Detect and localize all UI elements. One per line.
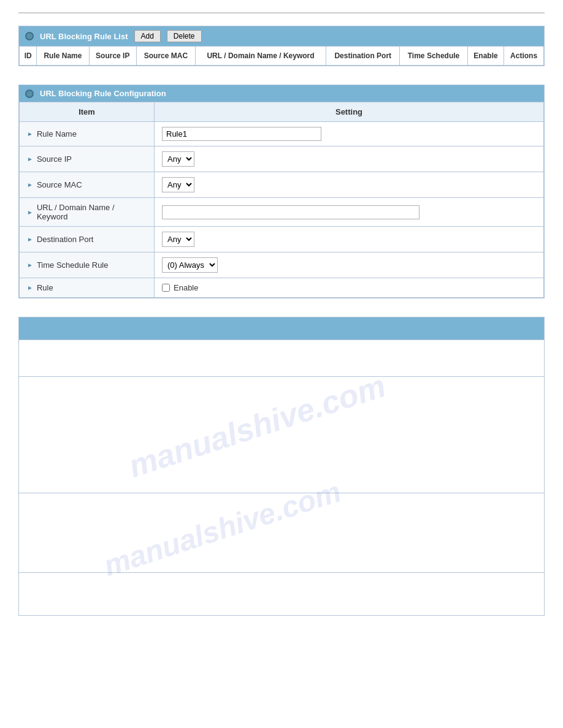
label-time-schedule: ► Time Schedule Rule [20,252,155,278]
delete-button[interactable]: Delete [167,30,202,42]
rule-config-panel: URL Blocking Rule Configuration Item Set… [18,85,545,298]
rule-list-title: URL Blocking Rule List [40,32,128,41]
config-setting-col: Setting [155,102,544,122]
arrow-icon-rule-enable: ► [27,284,33,291]
row-rule-enable: ► Rule Enable [20,278,544,298]
label-dest-port: ► Destination Port [20,227,155,252]
row-rule-name: ► Rule Name [20,122,544,146]
url-domain-input[interactable] [162,205,419,219]
rule-name-input[interactable] [162,127,321,141]
dest-port-label-text: Destination Port [37,235,94,244]
setting-dest-port: Any [155,227,544,252]
config-body: ► Rule Name ► Source IP [20,122,544,298]
label-rule-enable: ► Rule [20,278,155,298]
header-bullet-icon [25,32,34,40]
bottom-header [19,317,544,339]
row-dest-port: ► Destination Port Any [20,227,544,252]
rule-config-header: URL Blocking Rule Configuration [19,85,544,102]
rule-enable-label-text: Rule [37,283,53,292]
row-url-domain: ► URL / Domain Name / Keyword [20,198,544,227]
enable-checkbox-text: Enable [174,283,198,292]
source-mac-select[interactable]: Any [162,177,194,192]
arrow-icon-dest-port: ► [27,236,33,243]
url-domain-label-text: URL / Domain Name / Keyword [37,203,147,221]
bottom-row-3: manualshive.com [19,493,544,572]
source-ip-select[interactable]: Any [162,151,194,167]
config-header-row: Item Setting [20,102,544,122]
rule-list-table: ID Rule Name Source IP Source MAC URL / … [19,46,544,66]
enable-checkbox-label: Enable [162,283,536,292]
bottom-row-4 [19,572,544,615]
bottom-row-2: manualshive.com [19,376,544,493]
setting-source-mac: Any [155,172,544,198]
dest-port-select[interactable]: Any [162,232,194,247]
rule-name-label-text: Rule Name [37,129,77,138]
row-source-mac: ► Source MAC Any [20,172,544,198]
label-source-ip: ► Source IP [20,146,155,172]
bottom-row-1 [19,339,544,376]
col-url-header: URL / Domain Name / Keyword [195,47,326,66]
arrow-icon-source-mac: ► [27,181,33,188]
config-item-col: Item [20,102,155,122]
row-time-schedule: ► Time Schedule Rule (0) Always [20,252,544,278]
bottom-section: manualshive.com manualshive.com [18,317,545,616]
top-border [18,12,545,13]
col-enable-header: Enable [467,47,504,66]
add-button[interactable]: Add [134,30,161,42]
arrow-icon-time-schedule: ► [27,262,33,268]
source-mac-label-text: Source MAC [37,180,82,189]
setting-rule-enable: Enable [155,278,544,298]
enable-checkbox[interactable] [162,284,170,292]
col-id-header: ID [20,47,37,66]
col-source-mac-header: Source MAC [137,47,196,66]
rule-list-panel: URL Blocking Rule List Add Delete ID Rul… [18,26,545,66]
config-header-bullet-icon [25,89,34,98]
table-header-row: ID Rule Name Source IP Source MAC URL / … [20,47,544,66]
source-ip-label-text: Source IP [37,154,72,164]
label-rule-name: ► Rule Name [20,122,155,146]
setting-time-schedule: (0) Always [155,252,544,278]
config-table: Item Setting ► Rule Name [19,102,544,298]
col-source-ip-header: Source IP [89,47,137,66]
arrow-icon-rule-name: ► [27,131,33,137]
setting-rule-name [155,122,544,146]
col-time-schedule-header: Time Schedule [400,47,468,66]
arrow-icon-source-ip: ► [27,156,33,162]
rule-config-title: URL Blocking Rule Configuration [40,89,166,98]
label-source-mac: ► Source MAC [20,172,155,198]
row-source-ip: ► Source IP Any [20,146,544,172]
time-schedule-select[interactable]: (0) Always [162,257,218,273]
col-actions-header: Actions [504,47,544,66]
label-url-domain: ► URL / Domain Name / Keyword [20,198,155,227]
arrow-icon-url-domain: ► [27,209,33,216]
rule-list-header: URL Blocking Rule List Add Delete [19,26,544,46]
watermark-1: manualshive.com [124,367,390,485]
col-dest-port-header: Destination Port [326,47,400,66]
setting-source-ip: Any [155,146,544,172]
col-rule-name-header: Rule Name [37,47,89,66]
time-schedule-label-text: Time Schedule Rule [37,260,109,270]
setting-url-domain [155,198,544,227]
